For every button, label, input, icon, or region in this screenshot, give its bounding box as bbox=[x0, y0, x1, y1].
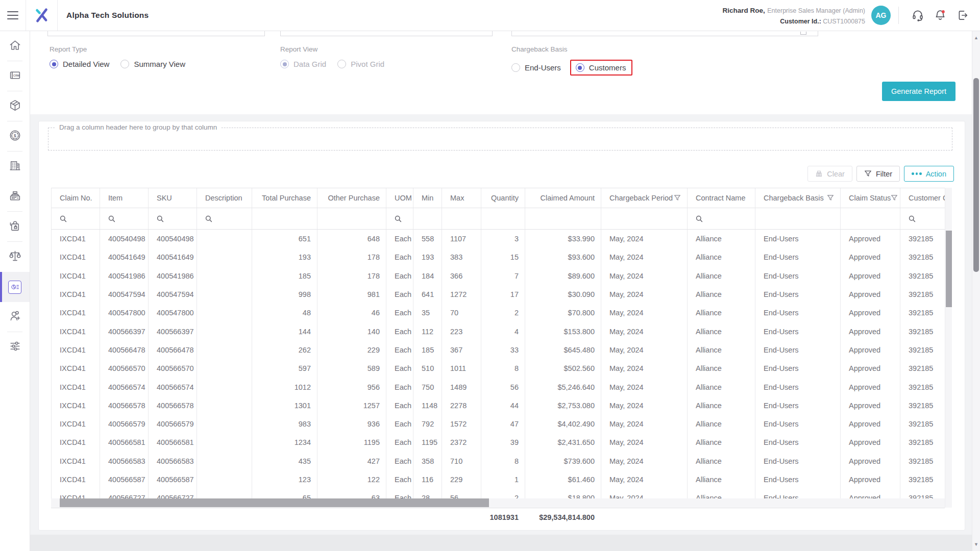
calendar-icon[interactable] bbox=[800, 32, 806, 35]
generate-report-button[interactable]: Generate Report bbox=[882, 82, 955, 101]
column-header-total-purchase[interactable]: Total Purchase bbox=[252, 188, 317, 208]
column-header-min[interactable]: Min bbox=[413, 188, 442, 208]
filter-cell-item[interactable] bbox=[100, 208, 149, 229]
column-header-contract-name[interactable]: Contract Name bbox=[688, 188, 755, 208]
column-header-other-purchase[interactable]: Other Purchase bbox=[317, 188, 386, 208]
search-icon[interactable] bbox=[395, 215, 402, 222]
app-logo[interactable] bbox=[26, 0, 58, 31]
sidebar-item-report-chart[interactable] bbox=[0, 272, 30, 302]
radio-detailed-view-label[interactable]: Detailed View bbox=[63, 60, 109, 68]
search-icon[interactable] bbox=[909, 215, 916, 222]
search-icon[interactable] bbox=[205, 215, 212, 222]
radio-customers-label[interactable]: Customers bbox=[589, 63, 626, 72]
table-row[interactable]: IXCD41400566397400566397144140Each112223… bbox=[51, 322, 945, 340]
bell-icon[interactable] bbox=[934, 9, 947, 22]
search-icon[interactable] bbox=[696, 215, 703, 222]
avatar[interactable]: AG bbox=[871, 6, 891, 25]
group-by-dropzone[interactable]: Drag a column header here to group by th… bbox=[48, 128, 952, 151]
table-row[interactable]: IXCD41400547594400547594998981Each641127… bbox=[51, 285, 945, 304]
filter-cell-quantity[interactable] bbox=[481, 208, 525, 229]
page-scrollbar-thumb[interactable] bbox=[973, 78, 979, 272]
sidebar-item-sliders[interactable] bbox=[0, 332, 30, 362]
sidebar-item-dollar-coin[interactable]: $ bbox=[0, 121, 30, 152]
table-row[interactable]: IXCD41400566570400566570597589Each510101… bbox=[51, 359, 945, 378]
action-button[interactable]: Action bbox=[904, 166, 954, 182]
table-row[interactable]: IXCD41400540498400540498651648Each558110… bbox=[51, 230, 945, 248]
headset-icon[interactable] bbox=[911, 9, 924, 22]
horizontal-scrollbar-thumb[interactable] bbox=[60, 498, 489, 507]
filter-input-2[interactable] bbox=[280, 31, 493, 36]
column-header-claimed-amount[interactable]: Claimed Amount bbox=[525, 188, 601, 208]
filter-input-3-date[interactable] bbox=[511, 31, 818, 36]
filter-cell-claim-no[interactable] bbox=[52, 208, 100, 229]
sidebar-item-add-user[interactable] bbox=[0, 302, 30, 332]
table-cell: 392185 bbox=[900, 452, 945, 470]
user-name: Richard Roe, bbox=[723, 7, 765, 14]
filter-cell-sku[interactable] bbox=[149, 208, 197, 229]
table-row[interactable]: IXCD4140056657840056657813011257Each1148… bbox=[51, 396, 945, 415]
radio-detailed-view[interactable] bbox=[50, 60, 58, 68]
sidebar-item-building[interactable] bbox=[0, 152, 30, 182]
radio-end-users-label[interactable]: End-Users bbox=[525, 63, 561, 72]
grid-vertical-scrollbar[interactable] bbox=[945, 188, 952, 508]
table-row[interactable]: IXCD41400566579400566579983936Each792157… bbox=[51, 415, 945, 433]
radio-customers[interactable] bbox=[576, 63, 584, 72]
filter-cell-customer-code[interactable] bbox=[900, 208, 945, 229]
filter-cell-description[interactable] bbox=[197, 208, 252, 229]
filter-cell-total-purchase[interactable] bbox=[252, 208, 317, 229]
filter-cell-other-purchase[interactable] bbox=[317, 208, 386, 229]
table-row[interactable]: IXCD414005478004005478004846Each35702$70… bbox=[51, 304, 945, 322]
column-filter-funnel-icon[interactable] bbox=[827, 194, 834, 202]
column-header-chargeback-basis[interactable]: Chargeback Basis bbox=[755, 188, 841, 208]
table-row[interactable]: IXCD41400566587400566587123122Each116229… bbox=[51, 470, 945, 489]
filter-cell-claimed-amount[interactable] bbox=[525, 208, 601, 229]
filter-button[interactable]: Filter bbox=[856, 166, 900, 182]
column-header-customer-code[interactable]: Customer Code bbox=[900, 188, 945, 208]
sidebar-item-balance-scale[interactable]: DC bbox=[0, 242, 30, 272]
column-header-sku[interactable]: SKU bbox=[149, 188, 197, 208]
filter-cell-min[interactable] bbox=[413, 208, 442, 229]
scroll-down-arrow-icon[interactable]: ▼ bbox=[972, 542, 980, 547]
search-icon[interactable] bbox=[108, 215, 115, 222]
sidebar-item-crm[interactable]: CRM bbox=[0, 61, 30, 91]
radio-summary-view[interactable] bbox=[120, 60, 129, 68]
column-header-quantity[interactable]: Quantity bbox=[481, 188, 525, 208]
filter-cell-max[interactable] bbox=[442, 208, 481, 229]
filter-cell-chargeback-basis[interactable] bbox=[755, 208, 841, 229]
search-icon[interactable] bbox=[157, 215, 164, 222]
column-header-chargeback-period[interactable]: Chargeback Period bbox=[601, 188, 688, 208]
radio-end-users[interactable] bbox=[511, 63, 520, 72]
column-header-max[interactable]: Max bbox=[442, 188, 481, 208]
table-row[interactable]: IXCD41400566478400566478262229Each185367… bbox=[51, 341, 945, 359]
table-row[interactable]: IXCD41400541986400541986185178Each184366… bbox=[51, 267, 945, 285]
grid-vertical-scrollbar-thumb[interactable] bbox=[946, 231, 952, 307]
logout-icon[interactable] bbox=[956, 9, 969, 22]
column-filter-funnel-icon[interactable] bbox=[674, 194, 681, 202]
column-header-uom[interactable]: UOM bbox=[386, 188, 413, 208]
hamburger-menu-icon[interactable] bbox=[0, 0, 26, 31]
column-header-claim-status[interactable]: Claim Status bbox=[841, 188, 900, 208]
horizontal-scrollbar[interactable] bbox=[51, 498, 945, 507]
column-filter-funnel-icon[interactable] bbox=[891, 194, 898, 202]
search-icon[interactable] bbox=[60, 215, 67, 222]
filter-input-1[interactable] bbox=[47, 31, 265, 36]
filter-cell-uom[interactable] bbox=[386, 208, 413, 229]
column-header-description[interactable]: Description bbox=[197, 188, 252, 208]
column-header-item[interactable]: Item bbox=[100, 188, 149, 208]
filter-cell-chargeback-period[interactable] bbox=[601, 208, 688, 229]
sidebar-item-home[interactable] bbox=[0, 31, 30, 61]
radio-summary-view-label[interactable]: Summary View bbox=[134, 60, 185, 68]
page-scrollbar[interactable]: ▲ ▼ bbox=[972, 31, 980, 551]
filter-cell-contract-name[interactable] bbox=[688, 208, 755, 229]
sidebar-item-package[interactable] bbox=[0, 91, 30, 121]
table-row[interactable]: IXCD41400566583400566583435427Each358710… bbox=[51, 452, 945, 470]
filter-cell-claim-status[interactable] bbox=[841, 208, 900, 229]
table-row[interactable]: IXCD41400541649400541649193178Each193383… bbox=[51, 248, 945, 266]
sidebar-item-cash-register[interactable] bbox=[0, 182, 30, 212]
sidebar-item-shopping-bag[interactable] bbox=[0, 212, 30, 242]
clear-button[interactable]: Clear bbox=[807, 166, 852, 182]
scroll-up-arrow-icon[interactable]: ▲ bbox=[972, 35, 980, 40]
column-header-claim-no[interactable]: Claim No. bbox=[52, 188, 100, 208]
table-row[interactable]: IXCD4140056658140056658112341195Each1195… bbox=[51, 433, 945, 452]
table-row[interactable]: IXCD414005665744005665741012956Each75014… bbox=[51, 378, 945, 396]
